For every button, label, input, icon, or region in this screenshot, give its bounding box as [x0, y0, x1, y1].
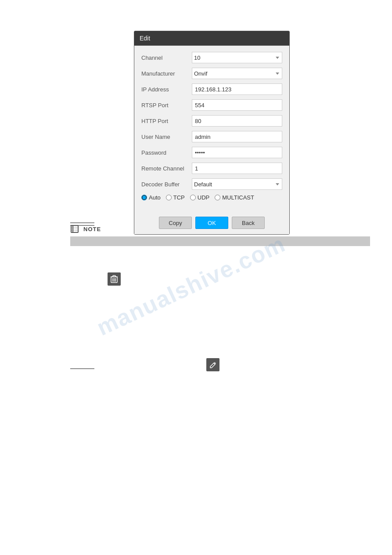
note-line-1	[70, 222, 94, 223]
note-highlight-bar	[70, 236, 370, 246]
rtsp-port-row: RTSP Port	[141, 99, 282, 111]
copy-button[interactable]: Copy	[159, 217, 192, 229]
decoder-buffer-label: Decoder Buffer	[141, 181, 192, 188]
radio-auto[interactable]: Auto	[141, 194, 161, 201]
dialog-body: Channel 10 Manufacturer Onvif IP Address…	[134, 46, 289, 213]
note-label: NOTE	[83, 226, 101, 232]
channel-row: Channel 10	[141, 52, 282, 63]
radio-multicast-label: MULTICAST	[222, 194, 254, 201]
rtsp-port-input[interactable]	[192, 99, 282, 111]
channel-label: Channel	[141, 54, 192, 61]
note-book-icon	[70, 224, 80, 234]
channel-select[interactable]: 10	[192, 52, 282, 63]
radio-multicast[interactable]: MULTICAST	[215, 194, 254, 201]
remote-channel-label: Remote Channel	[141, 165, 192, 172]
remote-channel-input[interactable]	[192, 163, 282, 174]
radio-udp[interactable]: UDP	[190, 194, 209, 201]
decoder-buffer-row: Decoder Buffer Default	[141, 178, 282, 190]
edit-line	[70, 368, 94, 369]
manufacturer-row: Manufacturer Onvif	[141, 68, 282, 79]
radio-auto-input[interactable]	[141, 195, 147, 200]
password-label: Password	[141, 149, 192, 156]
remote-channel-row: Remote Channel	[141, 163, 282, 174]
dialog-title-bar: Edit	[134, 31, 289, 46]
ok-button[interactable]: OK	[195, 217, 228, 229]
user-name-row: User Name	[141, 131, 282, 142]
manufacturer-label: Manufacturer	[141, 70, 192, 77]
edit-dialog: Edit Channel 10 Manufacturer Onvif IP Ad…	[134, 31, 290, 235]
radio-tcp-label: TCP	[173, 194, 185, 201]
ip-address-input[interactable]	[192, 83, 282, 95]
edit-icon-area	[206, 358, 219, 371]
http-port-row: HTTP Port	[141, 115, 282, 127]
dialog-title: Edit	[140, 35, 150, 42]
rtsp-port-label: RTSP Port	[141, 102, 192, 109]
password-row: Password	[141, 147, 282, 158]
protocol-radio-group: Auto TCP UDP MULTICAST	[141, 194, 282, 201]
radio-udp-input[interactable]	[190, 195, 196, 200]
http-port-label: HTTP Port	[141, 118, 192, 124]
http-port-input[interactable]	[192, 115, 282, 127]
radio-auto-label: Auto	[149, 194, 161, 201]
radio-tcp-input[interactable]	[166, 195, 172, 200]
trash-icon-area	[108, 272, 121, 286]
radio-multicast-input[interactable]	[215, 195, 220, 200]
back-button[interactable]: Back	[232, 217, 265, 229]
ip-address-label: IP Address	[141, 86, 192, 93]
manufacturer-select[interactable]: Onvif	[192, 68, 282, 79]
radio-udp-label: UDP	[198, 194, 209, 201]
radio-tcp[interactable]: TCP	[166, 194, 185, 201]
decoder-buffer-select[interactable]: Default	[192, 178, 282, 190]
edit-button[interactable]	[206, 358, 219, 371]
user-name-input[interactable]	[192, 131, 282, 142]
user-name-label: User Name	[141, 134, 192, 140]
ip-address-row: IP Address	[141, 83, 282, 95]
dialog-footer: Copy OK Back	[134, 213, 289, 234]
delete-button[interactable]	[108, 272, 121, 286]
password-input[interactable]	[192, 147, 282, 158]
